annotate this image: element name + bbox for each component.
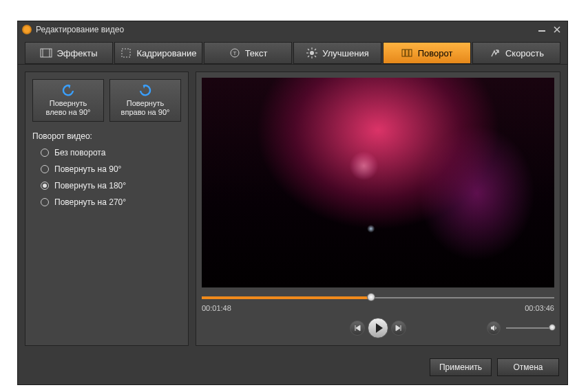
svg-point-9: [310, 51, 314, 55]
radio-icon: [41, 149, 49, 157]
radio-rotate-90[interactable]: Повернуть на 90°: [41, 164, 181, 174]
radio-rotate-270[interactable]: Повернуть на 270°: [41, 197, 181, 207]
rotate-right-label-2: вправо на 90°: [121, 108, 170, 117]
svg-rect-19: [406, 50, 408, 56]
rotate-section-label: Поворот видео:: [32, 131, 181, 141]
svg-rect-3: [41, 49, 52, 57]
prev-button[interactable]: [350, 320, 365, 336]
radio-icon: [41, 182, 49, 190]
tab-label: Эффекты: [56, 48, 97, 58]
text-icon: T: [229, 47, 241, 59]
next-button[interactable]: [391, 320, 406, 336]
svg-line-17: [308, 56, 309, 57]
timeline-thumb[interactable]: [367, 293, 375, 301]
tab-text[interactable]: T Текст: [204, 42, 292, 64]
titlebar: Редактирование видео: [18, 21, 567, 38]
minimize-icon[interactable]: [536, 25, 548, 34]
volume-slider[interactable]: [506, 325, 554, 331]
rotate-right-label-1: Повернуть: [127, 99, 164, 108]
video-preview[interactable]: [202, 78, 554, 287]
tab-crop[interactable]: Кадрирование: [114, 42, 202, 64]
tab-label: Скорость: [505, 48, 544, 58]
player-controls: [202, 316, 554, 340]
speed-icon: [489, 47, 501, 59]
radio-icon: [41, 198, 49, 206]
radio-label: Повернуть на 180°: [54, 181, 126, 190]
svg-line-15: [315, 56, 316, 57]
tab-effects[interactable]: Эффекты: [25, 42, 113, 64]
current-time: 00:01:48: [202, 304, 231, 312]
cancel-button[interactable]: Отмена: [497, 358, 559, 376]
tab-speed[interactable]: Скорость: [472, 42, 560, 64]
svg-rect-20: [409, 50, 412, 56]
radio-rotate-180[interactable]: Повернуть на 180°: [41, 181, 181, 190]
rotate-panel: Повернуть влево на 90° Повернуть вправо …: [25, 72, 189, 346]
editor-body: Повернуть влево на 90° Повернуть вправо …: [18, 65, 567, 353]
tab-label: Поворот: [418, 48, 453, 58]
cancel-label: Отмена: [513, 362, 543, 372]
rotate-left-label-2: влево на 90°: [46, 108, 91, 117]
svg-line-16: [315, 49, 316, 50]
timeline-progress: [202, 296, 371, 299]
video-content: [202, 78, 554, 287]
svg-line-14: [308, 49, 309, 50]
radio-label: Повернуть на 270°: [54, 197, 126, 207]
timeline-slider[interactable]: [202, 294, 554, 301]
tab-label: Улучшения: [322, 48, 368, 58]
tab-enhance[interactable]: Улучшения: [293, 42, 381, 64]
editor-window: Редактирование видео Эффекты Кадрировани…: [17, 21, 568, 385]
radio-no-rotation[interactable]: Без поворота: [41, 148, 181, 157]
rotate-right-icon: [138, 84, 153, 96]
volume-thumb[interactable]: [549, 324, 556, 331]
radio-label: Повернуть на 90°: [54, 164, 121, 174]
rotate-left-label-1: Повернуть: [50, 99, 87, 108]
svg-rect-6: [122, 49, 130, 57]
tab-rotate[interactable]: Поворот: [383, 42, 471, 64]
tab-label: Кадрирование: [136, 48, 196, 58]
window-title: Редактирование видео: [36, 25, 124, 34]
crop-icon: [120, 47, 132, 59]
volume-track: [506, 327, 554, 329]
rotate-left-icon: [61, 84, 76, 96]
radio-label: Без поворота: [54, 148, 105, 157]
play-button[interactable]: [368, 318, 388, 338]
enhance-icon: [306, 47, 318, 59]
preview-area: 00:01:48 00:03:46: [196, 72, 560, 346]
rotate-right-button[interactable]: Повернуть вправо на 90°: [109, 79, 181, 122]
apply-label: Применить: [439, 362, 482, 372]
effects-icon: [40, 47, 52, 59]
rotate-left-button[interactable]: Повернуть влево на 90°: [32, 79, 104, 122]
close-icon[interactable]: [551, 25, 563, 34]
apply-button[interactable]: Применить: [430, 358, 492, 376]
rotate-icon: [401, 47, 414, 59]
svg-rect-18: [402, 50, 405, 56]
tab-label: Текст: [245, 48, 268, 58]
svg-text:T: T: [233, 50, 236, 56]
total-time: 00:03:46: [525, 304, 554, 312]
volume-button[interactable]: [487, 321, 501, 335]
app-icon: [22, 25, 32, 34]
footer-buttons: Применить Отмена: [18, 353, 567, 384]
tab-bar: Эффекты Кадрирование T Текст Улучшения П…: [18, 38, 567, 65]
svg-rect-0: [538, 30, 545, 32]
radio-icon: [41, 165, 49, 173]
